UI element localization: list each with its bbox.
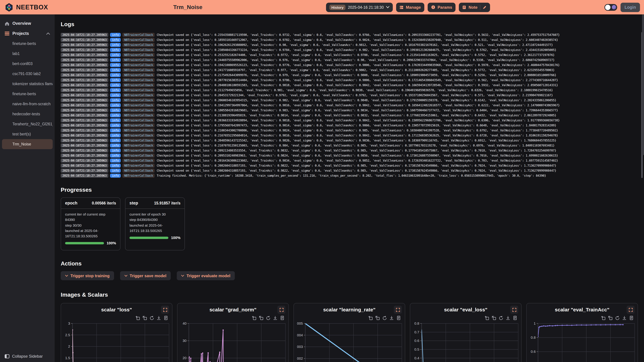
box-select-icon[interactable] xyxy=(375,316,380,320)
box-select-icon[interactable] xyxy=(492,316,496,320)
sidebar-project-active[interactable]: Trm_Noise xyxy=(2,139,53,149)
log-source-badge: NBTrainerCallback xyxy=(122,103,155,107)
scalar-chart-card: scalar "eval_TrainAcc" 10.80.60.40.2 xyxy=(526,303,638,362)
login-button[interactable]: Login xyxy=(620,2,640,12)
sidebar-project-4[interactable]: tokenizer statistics llama... xyxy=(2,79,53,89)
hamburger-icon xyxy=(5,31,10,35)
chevron-down-icon xyxy=(65,275,68,277)
log-file-icon[interactable] xyxy=(513,316,517,320)
log-timestamp-badge: 2025-04-16T21:18:27.205963 xyxy=(61,163,108,167)
trigger-evaluate-model-button[interactable]: Trigger evaluate model xyxy=(177,271,234,280)
y-tick-label: 003 xyxy=(297,345,303,349)
log-file-icon[interactable] xyxy=(164,316,168,320)
log-source-badge: NBTrainerCallback xyxy=(122,43,155,47)
sidebar-item-projects[interactable]: Projects xyxy=(0,28,55,38)
download-icon[interactable] xyxy=(622,316,626,320)
sidebar-project-9[interactable]: test bert(s) xyxy=(2,129,53,139)
sidebar-project-2[interactable]: bert-conll03 xyxy=(2,59,53,69)
progress-cards: epoch 0.00566 iter/s current iter of cur… xyxy=(61,197,638,251)
sidebar-item-overview[interactable]: Overview xyxy=(0,18,55,28)
box-select-icon[interactable] xyxy=(259,316,263,320)
fullscreen-icon xyxy=(279,307,284,312)
log-level-badge: info xyxy=(110,168,121,172)
chart-title: scalar "grad_norm" xyxy=(178,307,288,313)
log-source-badge: NBTrainerCallback xyxy=(122,78,155,82)
chart-plot[interactable]: 40302010 xyxy=(178,321,288,362)
moon-icon xyxy=(612,5,616,9)
sidebar-project-1[interactable]: lab1 xyxy=(2,49,53,59)
manage-button[interactable]: Manage xyxy=(396,2,424,12)
log-timestamp-badge: 2025-04-16T21:18:27.205963 xyxy=(61,98,108,102)
log-file-icon[interactable] xyxy=(629,316,634,320)
sidebar-project-6[interactable]: naive-llm-from-scratch xyxy=(2,99,53,109)
page-scrollbar[interactable] xyxy=(642,14,644,155)
log-row: 2025-04-16T21:18:27.205963infoNBTrainerC… xyxy=(61,37,638,42)
theme-toggle[interactable] xyxy=(604,4,617,10)
sidebar-project-5[interactable]: finetune-berts xyxy=(2,89,53,99)
chart-plot[interactable]: 32.521.51 xyxy=(61,321,172,362)
brand[interactable]: NEETBOX xyxy=(5,3,48,11)
chart-title: scalar "eval_TrainAcc" xyxy=(526,307,638,313)
note-button[interactable]: Note xyxy=(462,5,478,9)
zoom-box-icon[interactable] xyxy=(368,316,373,320)
expand-chart-button[interactable] xyxy=(161,306,169,314)
chart-plot[interactable]: 10.80.60.40.2 xyxy=(526,321,638,362)
refresh-icon[interactable] xyxy=(382,316,387,320)
expand-chart-button[interactable] xyxy=(626,306,634,314)
trigger-save-model-button[interactable]: Trigger save model xyxy=(120,271,171,280)
log-source-badge: NBTrainerCallback xyxy=(122,88,155,92)
log-source-badge: NBTrainerCallback xyxy=(122,63,155,67)
expand-chart-button[interactable] xyxy=(278,306,286,314)
sidebar-project-8[interactable]: Terahertz_No22_Gl261_gl... xyxy=(2,119,53,129)
y-tick-label: 004 xyxy=(297,333,303,337)
history-label: History xyxy=(330,4,346,10)
sidebar-project-3[interactable]: csc791-030 lab2 xyxy=(2,69,53,79)
trigger-stop-training-button[interactable]: Trigger stop training xyxy=(61,271,114,280)
download-icon[interactable] xyxy=(273,316,278,320)
refresh-icon[interactable] xyxy=(266,316,270,320)
sidebar-project-7[interactable]: hedecoder-tests xyxy=(2,109,53,119)
history-select[interactable]: History 2025-04-16 21:18:30 xyxy=(326,2,393,12)
edit-pencil-icon[interactable] xyxy=(482,5,486,9)
download-icon[interactable] xyxy=(390,316,394,320)
log-file-icon[interactable] xyxy=(280,316,284,320)
chart-line-series xyxy=(538,325,623,337)
refresh-icon[interactable] xyxy=(499,316,503,320)
log-timestamp-badge: 2025-04-16T21:18:27.205963 xyxy=(61,53,108,57)
log-row: 2025-04-16T21:18:27.205963infoNBTrainerC… xyxy=(61,57,638,62)
zoom-box-icon[interactable] xyxy=(485,316,489,320)
log-level-badge: info xyxy=(110,83,121,87)
manage-label: Manage xyxy=(406,5,421,9)
collapse-sidebar-button[interactable]: Collapse Sidebar xyxy=(0,354,55,359)
log-source-badge: NBTrainerCallback xyxy=(122,163,155,167)
log-message: Checkpoint saved on {'eval_loss': 0.2060… xyxy=(157,98,556,102)
chart-plot[interactable]: 0.80.70.60.50.40.30.2 xyxy=(410,321,521,362)
refresh-icon[interactable] xyxy=(150,316,154,320)
log-level-badge: info xyxy=(110,38,121,42)
box-select-icon[interactable] xyxy=(142,316,147,320)
refresh-icon[interactable] xyxy=(615,316,620,320)
y-tick-label: 2 xyxy=(68,345,70,349)
zoom-box-icon[interactable] xyxy=(601,316,606,320)
chart-plot[interactable]: 005004003002001 xyxy=(294,321,405,362)
sidebar-project-0[interactable]: finetune-berts xyxy=(2,38,53,49)
expand-chart-button[interactable] xyxy=(510,306,518,314)
chart-title: scalar "loss" xyxy=(61,307,172,313)
log-message: Checkpoint saved on {'eval_loss': 0.1805… xyxy=(157,108,558,112)
box-select-icon[interactable] xyxy=(608,316,612,320)
zoom-box-icon[interactable] xyxy=(136,316,140,320)
progress-line: step 84390/84390 xyxy=(130,217,180,223)
log-level-badge: info xyxy=(110,33,121,37)
expand-chart-button[interactable] xyxy=(394,306,402,314)
zoom-box-icon[interactable] xyxy=(252,316,256,320)
log-file-icon[interactable] xyxy=(396,316,401,320)
log-row: 2025-04-16T21:18:27.205963infoNBTrainerC… xyxy=(61,87,638,92)
log-level-badge: info xyxy=(110,88,121,92)
log-message: Checkpoint saved on {'eval_loss': 0.2175… xyxy=(157,73,556,77)
log-message: Checkpoint saved on {'eval_loss': 0.2446… xyxy=(157,58,554,61)
params-button[interactable]: Params xyxy=(428,2,456,12)
download-icon[interactable] xyxy=(506,316,510,320)
log-list[interactable]: 2025-04-16T21:18:27.205963infoNBTrainerC… xyxy=(61,32,638,178)
log-level-badge: info xyxy=(110,73,121,77)
download-icon[interactable] xyxy=(157,316,161,320)
